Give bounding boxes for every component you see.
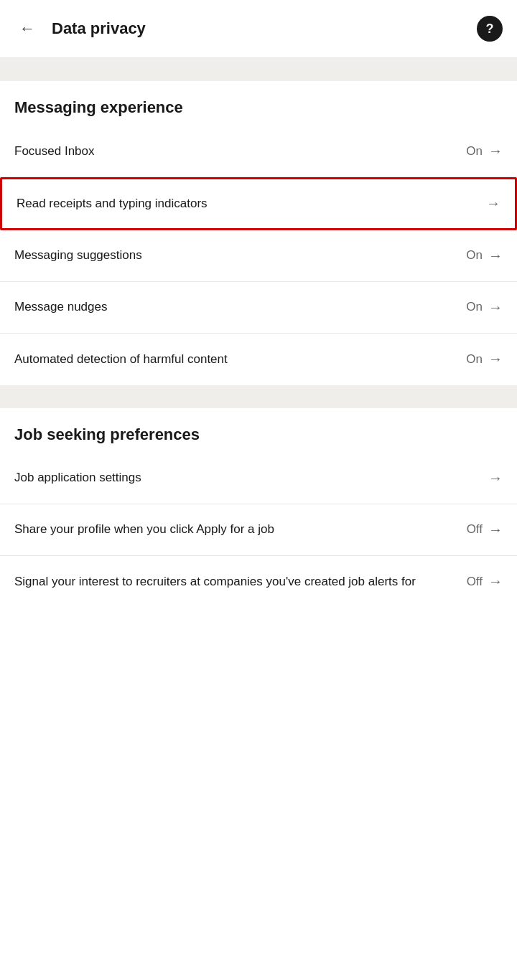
read-receipts-right: → (480, 195, 500, 212)
section-divider-top (0, 58, 517, 81)
job-seeking-section-title: Job seeking preferences (14, 425, 200, 443)
job-application-right: → (483, 470, 503, 486)
messaging-suggestions-right: On → (466, 248, 503, 264)
focused-inbox-label: Focused Inbox (14, 143, 466, 160)
share-profile-item[interactable]: Share your profile when you click Apply … (0, 504, 517, 556)
focused-inbox-right: On → (466, 143, 503, 159)
share-profile-label: Share your profile when you click Apply … (14, 521, 467, 538)
page-title: Data privacy (52, 19, 146, 38)
signal-interest-chevron-icon: → (488, 573, 503, 590)
help-button[interactable]: ? (477, 16, 503, 42)
messaging-suggestions-chevron-icon: → (488, 248, 503, 264)
job-application-chevron-icon: → (488, 470, 503, 486)
message-nudges-right: On → (466, 299, 503, 316)
page-header: ← Data privacy ? (0, 0, 517, 58)
focused-inbox-item[interactable]: Focused Inbox On → (0, 126, 517, 177)
focused-inbox-status: On (466, 144, 483, 159)
help-icon: ? (486, 22, 494, 35)
message-nudges-status: On (466, 300, 483, 314)
read-receipts-item[interactable]: Read receipts and typing indicators → (0, 177, 517, 230)
job-seeking-section-header: Job seeking preferences (0, 408, 517, 453)
messaging-section-header: Messaging experience (0, 81, 517, 126)
harmful-content-item[interactable]: Automated detection of harmful content O… (0, 334, 517, 385)
harmful-content-right: On → (466, 351, 503, 367)
messaging-suggestions-label: Messaging suggestions (14, 247, 466, 264)
message-nudges-item[interactable]: Message nudges On → (0, 282, 517, 334)
share-profile-right: Off → (467, 522, 503, 538)
signal-interest-status: Off (467, 575, 483, 589)
messaging-settings-list: Focused Inbox On → Read receipts and typ… (0, 126, 517, 385)
header-left: ← Data privacy (11, 13, 146, 44)
focused-inbox-chevron-icon: → (488, 143, 503, 159)
harmful-content-label: Automated detection of harmful content (14, 351, 466, 368)
message-nudges-label: Message nudges (14, 298, 466, 316)
read-receipts-label: Read receipts and typing indicators (17, 195, 480, 212)
section-divider-middle (0, 385, 517, 408)
back-arrow-icon: ← (19, 19, 35, 38)
messaging-section-title: Messaging experience (14, 98, 183, 116)
share-profile-chevron-icon: → (488, 522, 503, 538)
message-nudges-chevron-icon: → (488, 299, 503, 316)
messaging-suggestions-status: On (466, 248, 483, 263)
back-button[interactable]: ← (11, 13, 43, 44)
job-application-item[interactable]: Job application settings → (0, 453, 517, 504)
job-application-label: Job application settings (14, 469, 483, 486)
harmful-content-chevron-icon: → (488, 351, 503, 367)
signal-interest-item[interactable]: Signal your interest to recruiters at co… (0, 556, 517, 608)
read-receipts-chevron-icon: → (486, 195, 500, 212)
job-seeking-settings-list: Job application settings → Share your pr… (0, 453, 517, 608)
share-profile-status: Off (467, 522, 483, 537)
harmful-content-status: On (466, 352, 483, 367)
messaging-suggestions-item[interactable]: Messaging suggestions On → (0, 230, 517, 282)
signal-interest-right: Off → (467, 573, 503, 590)
signal-interest-label: Signal your interest to recruiters at co… (14, 573, 467, 590)
